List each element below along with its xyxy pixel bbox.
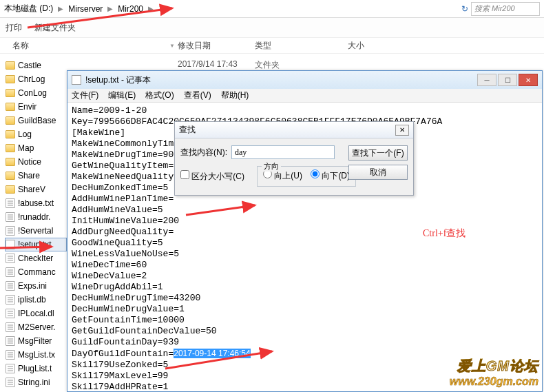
svg-line-0 <box>28 8 172 28</box>
svg-line-3 <box>165 351 272 369</box>
svg-line-1 <box>0 247 52 248</box>
annotation-arrows <box>0 0 544 392</box>
svg-line-2 <box>186 205 255 215</box>
